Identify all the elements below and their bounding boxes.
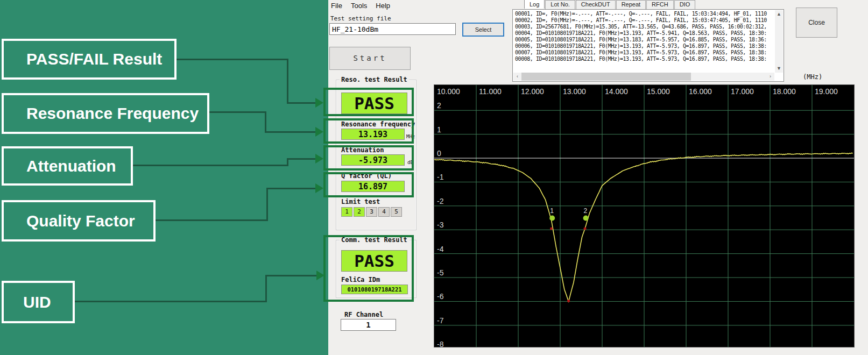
comm-test-result-group: Comm. test Result PASS FeliCa IDm 010108…: [336, 240, 417, 298]
resonance-frequency-unit: MHz: [406, 134, 415, 139]
connector-line: [265, 131, 316, 133]
measurement-dot: [567, 300, 570, 302]
limit-test-cell-5: 5: [391, 207, 402, 217]
svg-text:1: 1: [437, 125, 441, 134]
connector-line: [156, 219, 268, 221]
log-line: 00002, ID=, F0(MHz)=-.---, ATT=-.---, Q=…: [515, 17, 773, 24]
log-line: 00004, ID=010108019718A221, F0(MHz)=13.1…: [515, 30, 773, 37]
log-tab-bar: LogLot No.CheckDUTRepeatRFCHDIO: [524, 0, 696, 9]
svg-text:-2: -2: [437, 197, 444, 205]
log-tab-dio[interactable]: DIO: [674, 0, 696, 9]
log-vertical-scrollbar[interactable]: ▲ ▼: [775, 10, 783, 73]
attenuation-value: -5.973: [341, 154, 405, 166]
log-line: 00003, ID=25677681, F0(MHz)=15.305, ATT=…: [515, 24, 773, 30]
log-panel: 00001, ID=, F0(MHz)=-.---, ATT=-.---, Q=…: [512, 0, 784, 82]
annotation-label-attenuation: Attenuation: [2, 146, 133, 186]
connector-line: [265, 111, 266, 133]
rf-channel-value: 1: [341, 319, 396, 331]
limit-test-cell-2: 2: [354, 207, 365, 217]
attenuation-unit: dB: [407, 160, 413, 165]
resonance-frequency-label: Resonance frequency: [341, 120, 415, 128]
log-tab-repeat[interactable]: Repeat: [616, 0, 646, 9]
log-tab-checkdut[interactable]: CheckDUT: [576, 0, 616, 9]
reso-test-result-group: Reso. test Result PASS Resonance frequen…: [336, 80, 417, 230]
connector-line: [177, 59, 288, 60]
q-factor-value: 16.897: [341, 181, 405, 192]
log-tab-rfch[interactable]: RFCH: [646, 0, 674, 9]
connector-line: [209, 111, 266, 113]
comm-group-title: Comm. test Result: [340, 236, 409, 244]
scroll-right-icon[interactable]: ›: [766, 73, 774, 81]
chart-svg: 10.00011.00012.00013.00014.00015.00016.0…: [434, 85, 854, 347]
menu-item-tools[interactable]: Tools: [348, 0, 373, 10]
connector-line: [287, 158, 316, 160]
svg-text:-8: -8: [437, 340, 444, 347]
start-button[interactable]: Start: [329, 47, 411, 70]
svg-text:15.000: 15.000: [647, 87, 670, 96]
arrow-right-icon: [315, 154, 323, 164]
annotation-label-resonance-frequency: Resonance Frequency: [2, 93, 209, 134]
connector-line: [75, 301, 267, 302]
reso-group-title: Reso. test Result: [340, 76, 409, 83]
marker-1: [549, 215, 555, 221]
annotation-label-uid: UID: [2, 281, 75, 323]
log-line: 00007, ID=010108019718A221, F0(MHz)=13.1…: [515, 49, 773, 56]
svg-text:-1: -1: [437, 173, 444, 181]
attenuation-label: Attenuation: [341, 146, 384, 154]
marker-2: [583, 215, 589, 221]
svg-text:2: 2: [437, 101, 441, 110]
annotation-label-quality-factor: Quality Factor: [2, 200, 156, 242]
scroll-left-icon[interactable]: ‹: [513, 73, 521, 81]
measurement-dot: [584, 227, 587, 230]
svg-text:-3: -3: [437, 221, 444, 229]
menu-item-file[interactable]: File: [328, 0, 348, 10]
comm-pass-indicator: PASS: [341, 250, 407, 272]
limit-test-cell-1: 1: [341, 207, 352, 217]
test-application-window: FileToolsHelp Test setting file Select S…: [328, 0, 868, 355]
log-horizontal-scrollbar[interactable]: ‹ ›: [513, 73, 774, 81]
connector-line: [287, 102, 316, 104]
connector-line: [266, 188, 316, 189]
resonance-trace: [434, 153, 853, 301]
scroll-down-icon[interactable]: ▼: [775, 65, 783, 73]
measurement-dot: [550, 227, 553, 230]
log-line: 00008, ID=010108019718A221, F0(MHz)=13.1…: [515, 56, 773, 62]
svg-text:16.000: 16.000: [689, 87, 712, 96]
svg-text:0: 0: [437, 149, 441, 158]
menu-item-help[interactable]: Help: [373, 0, 396, 10]
svg-text:-5: -5: [437, 268, 444, 277]
svg-text:11.000: 11.000: [479, 87, 502, 96]
svg-text:14.000: 14.000: [605, 87, 628, 96]
log-line: 00001, ID=, F0(MHz)=-.---, ATT=-.---, Q=…: [515, 11, 773, 17]
scroll-up-icon[interactable]: ▲: [775, 10, 783, 18]
annotation-label-pass-fail: PASS/FAIL Result: [2, 39, 177, 80]
rf-channel-label: RF Channel: [344, 311, 383, 318]
felica-idm-value: 010108019718A221: [341, 285, 408, 294]
arrow-right-icon: [315, 183, 323, 193]
test-setting-file-input[interactable]: [329, 23, 456, 35]
log-tab-log[interactable]: Log: [524, 0, 545, 9]
limit-test-cell-4: 4: [378, 207, 390, 217]
connector-line: [287, 59, 288, 104]
limit-test-label: Limit test: [341, 198, 380, 205]
arrow-right-icon: [316, 271, 324, 280]
svg-text:13.000: 13.000: [563, 87, 586, 96]
close-button[interactable]: Close: [796, 8, 837, 38]
log-tab-lot-no-[interactable]: Lot No.: [545, 0, 575, 9]
scrollbar-thumb[interactable]: [521, 73, 691, 81]
connector-line: [265, 275, 317, 276]
arrow-right-icon: [315, 98, 323, 108]
log-lines: 00001, ID=, F0(MHz)=-.---, ATT=-.---, Q=…: [515, 11, 773, 73]
svg-text:-7: -7: [437, 316, 444, 325]
svg-text:17.000: 17.000: [731, 87, 754, 96]
resonance-sweep-chart: 10.00011.00012.00013.00014.00015.00016.0…: [434, 84, 855, 347]
connector-line: [266, 188, 268, 221]
log-scroll-area[interactable]: 00001, ID=, F0(MHz)=-.---, ATT=-.---, Q=…: [512, 9, 784, 82]
svg-text:12.000: 12.000: [521, 87, 544, 96]
svg-text:18.000: 18.000: [773, 87, 796, 96]
connector-line: [133, 165, 288, 166]
limit-test-cell-3: 3: [366, 207, 377, 217]
limit-test-cells: 12345: [341, 206, 403, 217]
select-button[interactable]: Select: [462, 23, 504, 37]
connector-line: [265, 275, 267, 302]
